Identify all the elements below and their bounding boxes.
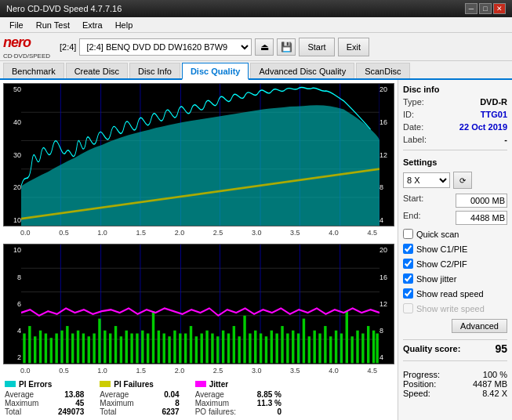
c2-pif-label: Show C2/PIF (416, 259, 467, 269)
read-speed-row: Show read speed (403, 288, 507, 299)
svg-rect-63 (211, 334, 213, 364)
tab-disc-quality[interactable]: Disc Quality (182, 63, 249, 80)
svg-rect-68 (238, 336, 240, 363)
svg-rect-73 (265, 336, 267, 363)
menu-help[interactable]: Help (109, 19, 140, 31)
end-input[interactable] (456, 211, 507, 225)
svg-rect-30 (34, 336, 36, 363)
top-chart-y-left: 50 40 30 20 10 (4, 84, 21, 226)
svg-rect-42 (98, 319, 100, 364)
svg-rect-59 (190, 326, 192, 363)
top-chart-y-right: 20 16 12 8 4 (379, 84, 394, 226)
svg-rect-74 (271, 331, 273, 364)
read-speed-label: Show read speed (416, 289, 484, 299)
svg-rect-78 (292, 331, 294, 364)
drive-label: [2:4] (60, 42, 76, 52)
menu-file[interactable]: File (3, 19, 30, 31)
svg-rect-28 (23, 334, 25, 364)
disc-id-row: ID: TTG01 (403, 110, 507, 119)
quick-scan-label: Quick scan (416, 230, 459, 239)
eject-icon[interactable]: ⏏ (255, 38, 274, 56)
svg-rect-51 (147, 334, 149, 364)
speed-row: Speed: 8.42 X (403, 389, 507, 398)
exit-button[interactable]: Exit (338, 38, 369, 56)
progress-label: Progress: (403, 370, 440, 379)
refresh-icon[interactable]: ⟳ (453, 172, 472, 189)
svg-rect-71 (254, 331, 256, 364)
svg-rect-48 (130, 334, 133, 364)
jitter-legend: Jitter Average 8.85 % Maximum 11.3 % PO … (195, 380, 281, 417)
svg-rect-84 (324, 326, 326, 363)
svg-rect-38 (77, 331, 79, 364)
start-input[interactable] (456, 194, 507, 208)
menu-extra[interactable]: Extra (76, 19, 109, 31)
tab-bar: Benchmark Create Disc Disc Info Disc Qua… (0, 61, 512, 80)
svg-rect-62 (205, 331, 208, 364)
svg-rect-55 (168, 336, 170, 363)
svg-rect-94 (376, 334, 378, 364)
jitter-color (195, 381, 206, 387)
write-speed-label: Show write speed (416, 304, 485, 313)
svg-rect-33 (50, 338, 53, 363)
svg-rect-66 (227, 334, 230, 364)
speed-label: Speed: (403, 389, 430, 398)
svg-rect-85 (329, 336, 332, 363)
svg-rect-64 (216, 336, 219, 363)
jitter-checkbox[interactable] (403, 273, 413, 284)
quick-scan-checkbox[interactable] (403, 229, 413, 239)
top-chart-wrapper: 50 40 30 20 10 20 16 12 8 4 (3, 83, 394, 226)
svg-rect-54 (163, 334, 165, 364)
tab-create-disc[interactable]: Create Disc (66, 63, 128, 78)
nero-sub-text: CD·DVD/SPEED (3, 52, 50, 60)
disc-type-row: Type: DVD-R (403, 97, 507, 107)
c1-pie-checkbox[interactable] (403, 244, 413, 254)
tab-disc-info[interactable]: Disc Info (129, 63, 180, 78)
c1-pie-row: Show C1/PIE (403, 244, 507, 254)
svg-rect-50 (141, 331, 143, 364)
svg-rect-69 (243, 316, 245, 364)
svg-rect-72 (260, 334, 262, 364)
svg-rect-91 (361, 334, 364, 364)
progress-row: Progress: 100 % (403, 370, 507, 379)
maximize-button[interactable]: □ (479, 3, 492, 14)
save-icon[interactable]: 💾 (277, 38, 296, 56)
pi-errors-color (5, 381, 16, 387)
tab-scandisc[interactable]: ScanDisc (356, 63, 409, 78)
minimize-button[interactable]: ─ (465, 3, 478, 14)
svg-rect-86 (335, 331, 337, 364)
write-speed-checkbox[interactable] (403, 303, 413, 313)
svg-rect-40 (88, 336, 90, 363)
start-button[interactable]: Start (299, 38, 334, 56)
menu-run-test[interactable]: Run Test (30, 19, 76, 31)
svg-rect-67 (233, 326, 235, 363)
speed-select[interactable]: 8 X (403, 172, 450, 188)
tab-benchmark[interactable]: Benchmark (3, 63, 64, 78)
top-chart-svg (21, 84, 379, 226)
c2-pif-checkbox[interactable] (403, 259, 413, 269)
svg-rect-49 (136, 334, 138, 364)
bottom-chart-y-right: 20 16 12 8 4 (379, 244, 394, 363)
bottom-chart-y-left: 10 8 6 4 2 (4, 244, 21, 363)
chart-area: 50 40 30 20 10 20 16 12 8 4 (0, 80, 398, 420)
position-label: Position: (403, 379, 436, 389)
window-controls: ─ □ ✕ (465, 3, 506, 14)
c2-pif-row: Show C2/PIF (403, 259, 507, 269)
jitter-row: Show jitter (403, 273, 507, 284)
read-speed-checkbox[interactable] (403, 288, 413, 299)
disc-date-row: Date: 22 Oct 2019 (403, 122, 507, 132)
svg-rect-44 (109, 334, 111, 364)
speed-setting-row: 8 X ⟳ (403, 172, 507, 189)
legend-area: PI Errors Average 13.88 Maximum 45 Total… (3, 377, 394, 417)
drive-select[interactable]: [2:4] BENQ DVD DD DW1620 B7W9 (79, 38, 252, 56)
pi-errors-legend: PI Errors Average 13.88 Maximum 45 Total… (5, 380, 84, 417)
toolbar: nero CD·DVD/SPEED [2:4] [2:4] BENQ DVD D… (0, 33, 512, 61)
tab-advanced-disc-quality[interactable]: Advanced Disc Quality (250, 63, 354, 78)
jitter-label: Jitter (209, 380, 228, 389)
close-button[interactable]: ✕ (493, 3, 506, 14)
svg-rect-36 (66, 326, 68, 363)
svg-rect-35 (60, 331, 63, 364)
jitter-checkbox-label: Show jitter (416, 274, 456, 284)
quality-score-val: 95 (495, 342, 507, 355)
advanced-button[interactable]: Advanced (452, 319, 507, 333)
svg-rect-81 (308, 336, 310, 363)
